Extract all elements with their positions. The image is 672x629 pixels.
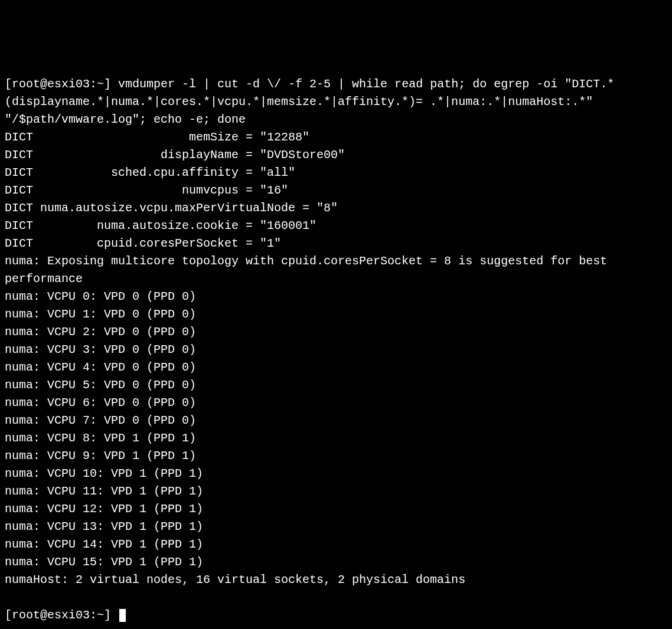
output-line: DICT sched.cpu.affinity = "all" <box>5 166 295 179</box>
output-line: DICT numa.autosize.cookie = "160001" <box>5 219 317 232</box>
output-line: DICT numvcpus = "16" <box>5 184 288 197</box>
output-line: numa: VCPU 5: VPD 0 (PPD 0) <box>5 378 196 392</box>
command-line: [root@esxi03:~] vmdumper -l | cut -d \/ … <box>5 77 614 126</box>
output-line: numa: VCPU 6: VPD 0 (PPD 0) <box>5 396 196 409</box>
output-line: DICT memSize = "12288" <box>5 130 309 144</box>
output-line: numa: VCPU 13: VPD 1 (PPD 1) <box>5 520 203 533</box>
cursor-icon <box>119 609 126 622</box>
output-line: numa: VCPU 15: VPD 1 (PPD 1) <box>5 555 203 569</box>
output-line: numa: VCPU 14: VPD 1 (PPD 1) <box>5 538 203 551</box>
output-line: DICT displayName = "DVDStore00" <box>5 148 345 162</box>
output-line: DICT numa.autosize.vcpu.maxPerVirtualNod… <box>5 201 338 215</box>
output-line: numa: VCPU 2: VPD 0 (PPD 0) <box>5 325 196 339</box>
shell-prompt: [root@esxi03:~] <box>5 608 111 622</box>
output-line: numaHost: 2 virtual nodes, 16 virtual so… <box>5 573 465 587</box>
output-line: numa: VCPU 11: VPD 1 (PPD 1) <box>5 484 203 498</box>
output-line: numa: VCPU 4: VPD 0 (PPD 0) <box>5 361 196 374</box>
output-line: numa: VCPU 0: VPD 0 (PPD 0) <box>5 290 196 303</box>
output-line: numa: Exposing multicore topology with c… <box>5 254 614 286</box>
terminal-output[interactable]: [root@esxi03:~] vmdumper -l | cut -d \/ … <box>5 76 667 624</box>
output-line: DICT cpuid.coresPerSocket = "1" <box>5 237 281 250</box>
output-line: numa: VCPU 1: VPD 0 (PPD 0) <box>5 307 196 321</box>
output-line: numa: VCPU 8: VPD 1 (PPD 1) <box>5 431 196 445</box>
output-line: numa: VCPU 7: VPD 0 (PPD 0) <box>5 414 196 427</box>
output-line: numa: VCPU 3: VPD 0 (PPD 0) <box>5 343 196 356</box>
output-line: numa: VCPU 10: VPD 1 (PPD 1) <box>5 467 203 480</box>
output-line: numa: VCPU 12: VPD 1 (PPD 1) <box>5 502 203 516</box>
shell-prompt: [root@esxi03:~] <box>5 77 111 91</box>
output-line: numa: VCPU 9: VPD 1 (PPD 1) <box>5 449 196 463</box>
